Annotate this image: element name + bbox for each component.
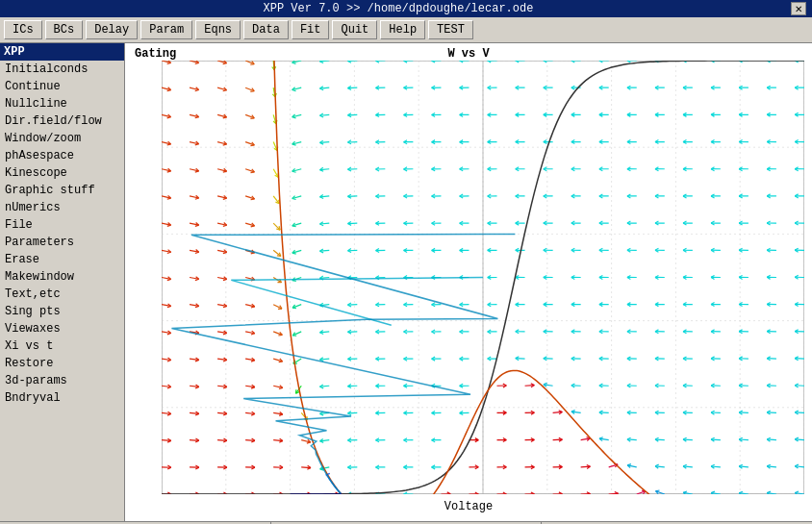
sidebar-item-6[interactable]: Kinescope [0, 164, 124, 182]
main-area: XPP InitialcondsContinueNullclineDir.fie… [0, 43, 812, 521]
toolbar-btn-quit[interactable]: Quit [332, 20, 377, 39]
sidebar-item-19[interactable]: Bndryval [0, 389, 124, 407]
sidebar-item-8[interactable]: nUmerics [0, 199, 124, 216]
sidebar-item-2[interactable]: Nullcline [0, 95, 124, 112]
sidebar-item-0[interactable]: Initialconds [0, 61, 124, 78]
window-title: XPP Ver 7.0 >> /home/dpdoughe/lecar.ode [6, 2, 791, 15]
sidebar-item-14[interactable]: Sing pts [0, 303, 124, 320]
sidebar-item-11[interactable]: Erase [0, 251, 124, 268]
toolbar-btn-fit[interactable]: Fit [292, 20, 330, 39]
sidebar-item-16[interactable]: Xi vs t [0, 337, 124, 355]
sidebar-item-9[interactable]: File [0, 216, 124, 234]
sidebar-item-12[interactable]: Makewindow [0, 268, 124, 286]
sidebar-item-17[interactable]: Restore [0, 355, 124, 372]
toolbar-btn-ics[interactable]: ICs [4, 20, 42, 39]
sidebar: XPP InitialcondsContinueNullclineDir.fie… [0, 43, 125, 521]
plot-title-center: W vs V [447, 47, 489, 61]
toolbar-btn-delay[interactable]: Delay [86, 20, 138, 39]
sidebar-item-13[interactable]: Text,etc [0, 286, 124, 303]
sidebar-item-3[interactable]: Dir.field/flow [0, 112, 124, 130]
toolbar-btn-data[interactable]: Data [243, 20, 289, 39]
sidebar-item-5[interactable]: phAsespace [0, 147, 124, 164]
sidebar-title: XPP [0, 43, 124, 61]
sidebar-item-7[interactable]: Graphic stuff [0, 182, 124, 199]
toolbar-btn-bcs[interactable]: BCs [45, 20, 84, 39]
svg-line-315 [292, 308, 296, 309]
toolbar-btn-eqns[interactable]: Eqns [195, 20, 241, 39]
toolbar-btn-help[interactable]: Help [380, 20, 425, 39]
svg-line-318 [292, 281, 296, 282]
title-bar: XPP Ver 7.0 >> /home/dpdoughe/lecar.ode … [0, 0, 812, 17]
toolbar-btn-param[interactable]: Param [140, 20, 192, 39]
plot-area: Gating W vs V Voltage -1-0.8-0.6-0.4-0.2… [125, 43, 812, 521]
close-button[interactable]: ✕ [791, 2, 806, 15]
plot-svg: -1-0.8-0.6-0.4-0.200.20.40.60.8100.20.40… [162, 61, 804, 494]
sidebar-item-10[interactable]: Parameters [0, 234, 124, 251]
x-axis-label: Voltage [444, 500, 493, 513]
sidebar-item-18[interactable]: 3d-params [0, 372, 124, 389]
toolbar-btn-test[interactable]: TEST [428, 20, 473, 39]
sidebar-item-15[interactable]: Viewaxes [0, 320, 124, 337]
sidebar-items: InitialcondsContinueNullclineDir.field/f… [0, 61, 124, 407]
toolbar: ICsBCsDelayParamEqnsDataFitQuitHelpTEST [0, 17, 812, 43]
sidebar-item-1[interactable]: Continue [0, 78, 124, 95]
plot-title-left: Gating [135, 47, 176, 61]
sidebar-item-4[interactable]: Window/zoom [0, 130, 124, 147]
